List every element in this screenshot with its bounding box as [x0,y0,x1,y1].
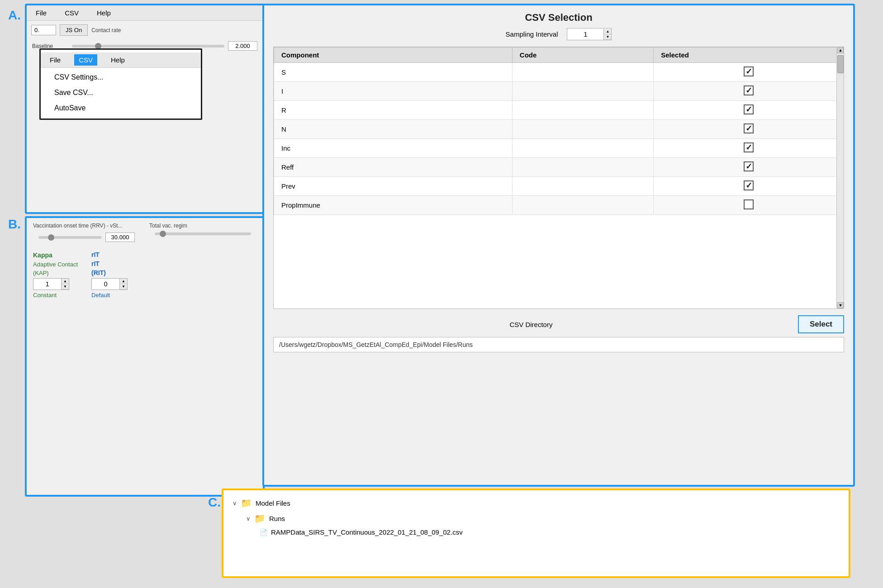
kappa-decrement[interactable]: ▼ [62,284,69,289]
code-cell [512,196,653,215]
selected-cell[interactable] [654,101,844,120]
dropdown-help[interactable]: Help [106,54,129,66]
rlt-decrement[interactable]: ▼ [120,284,127,289]
kappa-value: 1 [33,280,61,289]
selected-cell[interactable] [654,139,844,158]
rlt-default-label: Default [91,292,128,299]
model-files-folder-icon: 📁 [241,498,252,508]
rlt-spinner-buttons: ▲ ▼ [119,279,127,289]
checkbox-R[interactable] [744,104,754,114]
table-row: I [274,82,844,101]
table-scrollbar[interactable]: ▲ ▼ [836,47,844,308]
csv-path-display: /Users/wgetz/Dropbox/MS_GetzEtAl_CompEd_… [273,337,844,352]
kappa-rit-group: Kappa Adaptive Contact (KAP) 1 ▲ ▼ Const… [33,251,256,299]
vac-onset-group: Vaccintation onset time (RRV) - vSt... [33,223,140,246]
rlt-increment[interactable]: ▲ [120,279,127,284]
checkbox-Prev[interactable] [744,180,754,190]
component-cell: S [274,63,513,82]
csv-directory-row: CSV Directory Select [273,315,844,333]
js-on-button[interactable]: JS On [60,24,88,36]
selected-cell[interactable] [654,120,844,139]
component-cell: Reff [274,158,513,177]
baseline-value-input[interactable] [228,41,257,51]
selected-cell[interactable] [654,63,844,82]
table-row: Prev [274,177,844,196]
kappa-col: Kappa Adaptive Contact (KAP) 1 ▲ ▼ Const… [33,251,78,299]
dropdown-menubar: File CSV Help [41,52,201,68]
csv-settings-item[interactable]: CSV Settings... [41,70,201,85]
component-cell: I [274,82,513,101]
checkbox-I[interactable] [744,85,754,95]
col-selected: Selected [654,47,844,63]
rlt-spinner[interactable]: 0 ▲ ▼ [91,278,128,290]
selected-cell[interactable] [654,177,844,196]
kappa-title: Kappa [33,251,78,259]
menu-help[interactable]: Help [92,7,115,19]
folder-model-files-row[interactable]: ∨ 📁 Model Files [233,498,840,508]
checkbox-S[interactable] [744,66,754,76]
rlt-col: rIT rIT (RIT) 0 ▲ ▼ Default [91,251,128,299]
code-cell [512,82,653,101]
sampling-spinner-buttons: ▲ ▼ [603,29,611,40]
sampling-input-box[interactable]: 1 ▲ ▼ [567,28,612,40]
rlt-value: 0 [92,280,119,289]
scroll-thumb[interactable] [837,55,844,73]
kappa-increment[interactable]: ▲ [62,279,69,284]
sampling-increment[interactable]: ▲ [604,29,611,34]
total-vac-slider-thumb[interactable] [160,231,166,237]
selected-cell[interactable] [654,82,844,101]
baseline-slider-track[interactable] [72,45,224,47]
select-button[interactable]: Select [798,315,844,333]
component-table-wrap: Component Code Selected S I R [273,47,844,309]
component-cell: R [274,101,513,120]
sampling-label: Sampling Interval [506,30,558,38]
model-files-chevron: ∨ [233,500,237,507]
dropdown-file[interactable]: File [45,54,65,66]
scroll-down-arrow[interactable]: ▼ [837,302,844,308]
contact-rate-label: Contact rate [91,27,121,33]
selected-cell[interactable] [654,158,844,177]
component-cell: Inc [274,139,513,158]
vac-slider-thumb[interactable] [48,234,54,241]
table-row: S [274,63,844,82]
code-cell [512,101,653,120]
csv-dropdown-menu: File CSV Help CSV Settings... Save CSV..… [39,48,202,120]
total-vac-slider-track[interactable] [155,232,251,235]
table-row: N [274,120,844,139]
rlt-title1: rIT [91,251,128,258]
component-cell: N [274,120,513,139]
checkbox-Inc[interactable] [744,142,754,152]
vac-slider-row [38,232,135,242]
total-vac-label: Total vac. regim [149,223,256,229]
code-cell [512,158,653,177]
sampling-decrement[interactable]: ▼ [604,34,611,40]
checkbox-N[interactable] [744,123,754,133]
selected-cell[interactable] [654,196,844,215]
folder-runs-row[interactable]: ∨ 📁 Runs [233,513,840,524]
model-files-name: Model Files [256,499,290,507]
scroll-up-arrow[interactable]: ▲ [837,47,844,53]
checkbox-PropImmune[interactable] [744,199,754,209]
menu-csv[interactable]: CSV [60,7,83,19]
panel-b: Vaccintation onset time (RRV) - vSt... T… [25,216,265,497]
panel-a: File CSV Help JS On Contact rate Baselin… [25,4,265,214]
code-cell [512,177,653,196]
autosave-item[interactable]: AutoSave [41,100,201,116]
vaccination-row: Vaccintation onset time (RRV) - vSt... T… [33,223,256,246]
kappa-spinner[interactable]: 1 ▲ ▼ [33,278,69,290]
panel-a-menubar: File CSV Help [27,5,263,21]
vac-slider-track[interactable] [38,236,102,239]
small-num-input[interactable] [31,25,56,35]
save-csv-item[interactable]: Save CSV... [41,85,201,100]
csv-file-name: RAMPData_SIRS_TV_Continuous_2022_01_21_0… [271,528,463,536]
csv-file-row[interactable]: 📄 RAMPData_SIRS_TV_Continuous_2022_01_21… [233,528,840,536]
dropdown-csv[interactable]: CSV [74,54,97,66]
vac-value-input[interactable] [105,232,135,242]
sampling-row: Sampling Interval 1 ▲ ▼ [264,28,853,40]
total-vac-slider-row [155,232,251,235]
vac-onset-label: Vaccintation onset time (RRV) - vSt... [33,223,140,229]
checkbox-Reff[interactable] [744,161,754,171]
menu-file[interactable]: File [31,7,51,19]
table-row: PropImmune [274,196,844,215]
panel-b-content: Vaccintation onset time (RRV) - vSt... T… [27,218,263,303]
